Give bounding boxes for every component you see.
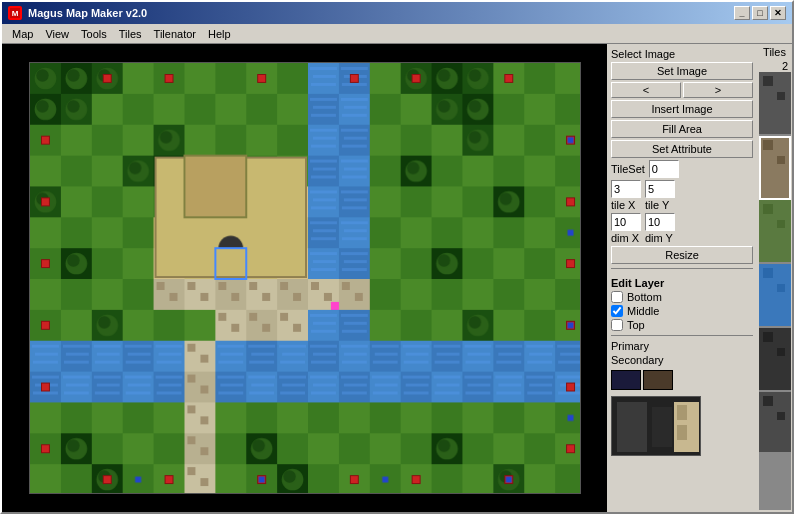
divider-2 (611, 335, 753, 336)
nav-left-button[interactable]: < (611, 82, 681, 98)
minimize-button[interactable]: _ (734, 6, 750, 20)
dim-y-input[interactable] (645, 213, 675, 231)
tile-x-input[interactable] (611, 180, 641, 198)
maximize-button[interactable]: □ (752, 6, 768, 20)
title-buttons: _ □ ✕ (734, 6, 786, 20)
menu-tools[interactable]: Tools (75, 26, 113, 42)
title-bar-left: M Magus Map Maker v2.0 (8, 6, 147, 20)
tile-y-input[interactable] (645, 180, 675, 198)
menu-view[interactable]: View (39, 26, 75, 42)
tile-x-group: tile X (611, 180, 641, 211)
tile-xy-row: tile X tile Y (611, 180, 753, 211)
title-bar: M Magus Map Maker v2.0 _ □ ✕ (2, 2, 792, 24)
top-area: Select Image (611, 48, 753, 60)
top-label[interactable]: Top (627, 319, 645, 331)
insert-image-button[interactable]: Insert Image (611, 100, 753, 118)
secondary-color-swatch[interactable] (643, 370, 673, 390)
main-content: Select Image Set Image < > Insert Image … (2, 44, 792, 512)
set-image-button[interactable]: Set Image (611, 62, 753, 80)
app-icon: M (8, 6, 22, 20)
dim-x-group: dim X (611, 213, 641, 244)
tiles-panel: Tiles 2 (757, 44, 792, 512)
map-canvas[interactable] (29, 62, 581, 494)
tile-y-group: tile Y (645, 180, 675, 211)
middle-checkbox-row: Middle (611, 305, 753, 317)
nav-right-button[interactable]: > (683, 82, 753, 98)
menu-bar: Map View Tools Tiles Tilenator Help (2, 24, 792, 44)
dim-x-input[interactable] (611, 213, 641, 231)
middle-label[interactable]: Middle (627, 305, 659, 317)
dim-y-label: dim Y (645, 232, 675, 244)
dim-xy-row: dim X dim Y (611, 213, 753, 244)
close-button[interactable]: ✕ (770, 6, 786, 20)
window-title: Magus Map Maker v2.0 (28, 7, 147, 19)
select-image-label: Select Image (611, 48, 675, 60)
set-attribute-button[interactable]: Set Attribute (611, 140, 753, 158)
menu-tilenator[interactable]: Tilenator (148, 26, 202, 42)
primary-color-swatch[interactable] (611, 370, 641, 390)
primary-label: Primary (611, 340, 753, 352)
tile-strip-canvas[interactable] (759, 72, 791, 452)
right-panel: Select Image Set Image < > Insert Image … (607, 44, 757, 512)
bottom-label[interactable]: Bottom (627, 291, 662, 303)
menu-tiles[interactable]: Tiles (113, 26, 148, 42)
middle-checkbox[interactable] (611, 305, 623, 317)
tile-preview (611, 396, 701, 456)
nav-row: < > (611, 82, 753, 98)
bottom-checkbox-row: Bottom (611, 291, 753, 303)
main-window: M Magus Map Maker v2.0 _ □ ✕ Map View To… (0, 0, 794, 514)
top-checkbox[interactable] (611, 319, 623, 331)
tileset-label: TileSet (611, 163, 645, 175)
tile-x-label: tile X (611, 199, 641, 211)
tiles-label: Tiles (763, 46, 786, 58)
tileset-input[interactable] (649, 160, 679, 178)
menu-help[interactable]: Help (202, 26, 237, 42)
tileset-row: TileSet (611, 160, 753, 178)
fill-area-button[interactable]: Fill Area (611, 120, 753, 138)
bottom-checkbox[interactable] (611, 291, 623, 303)
tile-y-label: tile Y (645, 199, 675, 211)
resize-button[interactable]: Resize (611, 246, 753, 264)
dim-x-label: dim X (611, 232, 641, 244)
color-swatches (611, 370, 753, 390)
tile-count: 2 (782, 60, 788, 72)
tile-strip[interactable] (759, 72, 791, 510)
secondary-label: Secondary (611, 354, 753, 366)
map-canvas-element[interactable] (30, 63, 580, 493)
canvas-area[interactable] (2, 44, 607, 512)
divider-1 (611, 268, 753, 269)
edit-layer-label: Edit Layer (611, 277, 753, 289)
dim-y-group: dim Y (645, 213, 675, 244)
menu-map[interactable]: Map (6, 26, 39, 42)
top-checkbox-row: Top (611, 319, 753, 331)
tile-preview-canvas (612, 397, 701, 456)
svg-text:M: M (12, 9, 19, 18)
